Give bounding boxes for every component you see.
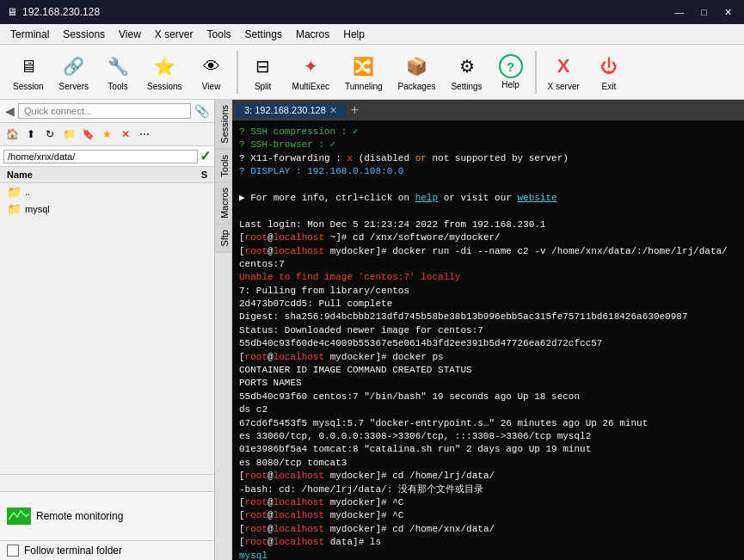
tab-close-button[interactable]: ✕	[329, 105, 337, 116]
terminal-content[interactable]: ? SSH compression : ✓ ? SSH-browser : ✓ …	[232, 120, 744, 560]
title-bar-controls: — □ ✕	[669, 5, 737, 20]
terminal-line: 2d473b07cdd5: Pull complete	[239, 298, 737, 311]
toolbar: 🖥 Session 🔗 Servers 🔧 Tools ⭐ Sessions 👁…	[0, 45, 744, 100]
settings-button[interactable]: ⚙ Settings	[445, 48, 488, 95]
fp-star-button[interactable]: ★	[98, 126, 115, 143]
list-item[interactable]: 📁 ..	[0, 183, 214, 200]
toolbar-separator-2	[535, 51, 537, 94]
terminal-line: es 8080/tcp tomcat3	[239, 457, 737, 470]
terminal-line: 55db40c93f60de4c4009b55367e5e0614b3fd2ee…	[239, 337, 737, 350]
sidebar-item-sftp[interactable]: Sftp	[215, 225, 231, 253]
terminal-line: PORTS NAMES	[239, 377, 737, 390]
fp-more-button[interactable]: ⋯	[136, 126, 153, 143]
split-button[interactable]: ⊟ Split	[243, 48, 283, 95]
terminal-line: ▶ For more info, ctrl+click on help or v…	[239, 192, 737, 205]
remote-monitoring-button[interactable]: Remote monitoring	[0, 492, 214, 541]
multiexec-button[interactable]: ✦ MultiExec	[286, 48, 335, 95]
terminal-line: ? SSH compression : ✓	[239, 126, 737, 138]
menu-sessions[interactable]: Sessions	[56, 27, 112, 42]
terminal-line: 55db40c93f60 centos:7 "/bin/bash" 19 sec…	[239, 391, 737, 403]
fp-refresh-button[interactable]: ↻	[41, 126, 58, 143]
folder-icon: 📁	[7, 202, 22, 216]
terminal-line: [root@localhost mydocker]# docker run -d…	[239, 245, 737, 272]
menu-settings[interactable]: Settings	[238, 27, 289, 42]
app-icon: 🖥	[7, 6, 17, 18]
side-labels: Sessions Tools Macros Sftp	[215, 100, 232, 560]
terminal-line: [root@localhost mydocker]# cd /home/xnx/…	[239, 523, 737, 536]
menu-help[interactable]: Help	[336, 27, 372, 42]
terminal-line: ? SSH-browser : ✓	[239, 138, 737, 151]
close-button[interactable]: ✕	[719, 5, 737, 20]
terminal-tab-bar: 3: 192.168.230.128 ✕ +	[232, 100, 744, 120]
menu-macros[interactable]: Macros	[289, 27, 336, 42]
terminal-wrapper: 3: 192.168.230.128 ✕ + ? SSH compression…	[232, 100, 744, 560]
sessions-icon: ⭐	[151, 52, 178, 80]
file-panel-toolbar: 🏠 ⬆ ↻ 📁 🔖 ★ ✕ ⋯	[0, 123, 214, 146]
hscrollbar[interactable]	[0, 474, 214, 491]
title-bar-left: 🖥 192.168.230.128	[7, 6, 100, 18]
title-bar: 🖥 192.168.230.128 — □ ✕	[0, 0, 744, 24]
view-icon: 👁	[198, 52, 225, 80]
fp-newfolder-button[interactable]: 📁	[60, 126, 77, 143]
sidebar-item-macros[interactable]: Macros	[215, 182, 231, 225]
terminal-line: 7: Pulling from library/centos	[239, 285, 737, 298]
packages-icon: 📦	[403, 52, 430, 80]
terminal-line	[239, 205, 737, 218]
packages-button[interactable]: 📦 Packages	[392, 48, 442, 95]
split-icon: ⊟	[249, 52, 277, 80]
terminal-line: Status: Downloaded newer image for cento…	[239, 324, 737, 337]
minimize-button[interactable]: —	[669, 5, 689, 20]
terminal-line: [root@localhost mydocker]# ^C	[239, 496, 737, 509]
fp-delete-button[interactable]: ✕	[117, 126, 134, 143]
settings-icon: ⚙	[453, 52, 481, 80]
quick-connect-input[interactable]	[18, 103, 191, 119]
fp-bookmark-button[interactable]: 🔖	[79, 126, 96, 143]
servers-button[interactable]: 🔗 Servers	[53, 48, 95, 95]
terminal-line: ? X11-forwarding : x (disabled or not su…	[239, 152, 737, 165]
maximize-button[interactable]: □	[696, 5, 712, 20]
servers-icon: 🔗	[60, 52, 88, 80]
new-tab-button[interactable]: +	[351, 102, 359, 118]
sessions-button[interactable]: ⭐ Sessions	[141, 48, 188, 95]
col-size: S	[201, 169, 207, 180]
follow-terminal-checkbox[interactable]	[7, 545, 19, 557]
paperclip-icon: 📎	[194, 104, 209, 118]
terminal-line: 01e3986bf5a4 tomcat:8 "catalina.sh run" …	[239, 443, 737, 456]
file-path-input[interactable]	[3, 150, 198, 163]
xserver-button[interactable]: X X server	[542, 48, 586, 95]
exit-button[interactable]: ⏻ Exit	[589, 48, 629, 95]
list-item[interactable]: 📁 mysql	[0, 200, 214, 218]
terminal-line: [root@localhost mydocker]# ^C	[239, 509, 737, 522]
terminal-line: ? DISPLAY : 192.168.0.108:0.0	[239, 165, 737, 178]
file-item-name: ..	[25, 187, 30, 197]
terminal-line: Last login: Mon Dec 5 21:23:24 2022 from…	[239, 218, 737, 231]
fp-up-button[interactable]: ⬆	[22, 126, 40, 143]
terminal-line: [root@localhost mydocker]# cd /home/lrj/…	[239, 470, 737, 483]
left-panel: ◀ 📎 🏠 ⬆ ↻ 📁 🔖 ★ ✕ ⋯ ✓ Name S 📁	[0, 100, 215, 560]
file-item-name: mysql	[25, 204, 50, 214]
terminal-line: [root@localhost mydocker]# docker ps	[239, 351, 737, 364]
tools-button[interactable]: 🔧 Tools	[98, 48, 138, 95]
help-button[interactable]: ? Help	[492, 50, 530, 94]
menu-terminal[interactable]: Terminal	[3, 27, 56, 42]
file-list-header: Name S	[0, 167, 214, 183]
terminal-line: [root@localhost ~]# cd /xnx/softwore/myd…	[239, 231, 737, 244]
menu-xserver[interactable]: X server	[148, 27, 200, 42]
terminal-line: -bash: cd: /home/lrj/data/: 没有那个文件或目录	[239, 483, 737, 496]
terminal-tab-1[interactable]: 3: 192.168.230.128 ✕	[236, 103, 346, 118]
session-icon: 🖥	[15, 52, 42, 80]
menu-view[interactable]: View	[112, 27, 148, 42]
tunneling-button[interactable]: 🔀 Tunneling	[339, 48, 389, 95]
view-button[interactable]: 👁 View	[192, 48, 231, 95]
terminal-line: es 33060/tcp, 0.0.0.0:3308->3306/tcp, ::…	[239, 430, 737, 443]
terminal-area: 3: 192.168.230.128 ✕ + ? SSH compression…	[232, 100, 744, 560]
folder-icon: 📁	[7, 185, 22, 199]
fp-home-button[interactable]: 🏠	[3, 126, 21, 143]
path-confirm-button[interactable]: ✓	[200, 148, 211, 164]
session-button[interactable]: 🖥 Session	[7, 48, 50, 95]
follow-terminal-row: Follow terminal folder	[0, 541, 214, 560]
sidebar-item-sessions[interactable]: Sessions	[215, 100, 231, 150]
sidebar-item-tools[interactable]: Tools	[215, 150, 231, 183]
help-icon: ?	[499, 54, 523, 78]
menu-tools[interactable]: Tools	[200, 27, 238, 42]
